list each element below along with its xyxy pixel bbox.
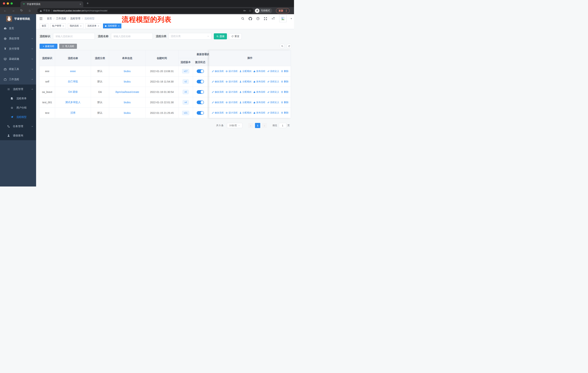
delete-link[interactable]: 删除 bbox=[281, 101, 289, 104]
browser-update-button[interactable]: 更新 ⋮ bbox=[276, 8, 290, 13]
edit-process-link[interactable]: 修改流程 bbox=[212, 80, 224, 83]
window-controls[interactable] bbox=[3, 2, 13, 5]
publish-process-link[interactable]: 发布流程 bbox=[253, 80, 265, 83]
edit-process-link[interactable]: 修改流程 bbox=[212, 91, 224, 94]
tag-process-form[interactable]: 流程表单× bbox=[85, 23, 101, 28]
maximize-window-button[interactable] bbox=[10, 2, 13, 5]
publish-process-link[interactable]: 发布流程 bbox=[253, 91, 265, 94]
minimize-window-button[interactable] bbox=[7, 2, 9, 5]
process-definition-link[interactable]: 流程定义 bbox=[267, 70, 279, 73]
delete-link[interactable]: 删除 bbox=[281, 91, 289, 94]
tab-close-icon[interactable]: × bbox=[80, 3, 81, 6]
page-size-select[interactable]: 10条/页 bbox=[227, 123, 242, 128]
edit-process-link[interactable]: 修改流程 bbox=[212, 111, 224, 114]
create-process-button[interactable]: + 新建流程 bbox=[40, 44, 57, 49]
assign-rule-link[interactable]: 分配规则 bbox=[239, 91, 252, 94]
sidebar-item-process-model[interactable]: 流程模型 bbox=[0, 112, 36, 122]
sidebar-collapse-icon[interactable] bbox=[39, 17, 43, 20]
breadcrumb-process-management[interactable]: 流程管理 bbox=[70, 17, 80, 20]
process-name-link[interactable]: 自己审批 bbox=[68, 80, 78, 83]
sidebar-item-system[interactable]: 系统管理 bbox=[0, 33, 36, 44]
assign-rule-link[interactable]: 分配规则 bbox=[239, 80, 252, 83]
new-tab-button[interactable]: + bbox=[85, 1, 90, 5]
design-process-link[interactable]: 设计流程 bbox=[225, 80, 238, 83]
next-page-button[interactable]: › bbox=[262, 123, 267, 128]
publish-process-link[interactable]: 发布流程 bbox=[253, 111, 265, 114]
breadcrumb-workflow[interactable]: 工作流程 bbox=[56, 17, 66, 20]
sidebar-item-infrastructure[interactable]: 基础设施 bbox=[0, 54, 36, 64]
avatar-caret-icon[interactable]: ▾ bbox=[291, 17, 292, 20]
back-icon[interactable]: ← bbox=[3, 9, 7, 13]
design-process-link[interactable]: 设计流程 bbox=[225, 70, 238, 73]
process-definition-link[interactable]: 流程定义 bbox=[267, 91, 279, 94]
show-search-button[interactable] bbox=[280, 43, 285, 49]
close-window-button[interactable] bbox=[3, 2, 5, 5]
sidebar-item-workflow[interactable]: 工作流程 bbox=[0, 74, 36, 84]
sidebar-item-user-group[interactable]: 用户分组 bbox=[0, 103, 36, 112]
tag-my-process[interactable]: 我的流程× bbox=[68, 23, 84, 28]
design-process-link[interactable]: 设计流程 bbox=[225, 91, 238, 94]
fullscreen-icon[interactable] bbox=[264, 17, 267, 20]
design-process-link[interactable]: 设计流程 bbox=[225, 111, 238, 114]
prev-page-button[interactable]: ‹ bbox=[248, 123, 253, 128]
reload-icon[interactable]: ↻ bbox=[19, 9, 24, 13]
active-toggle[interactable] bbox=[197, 69, 204, 73]
form-link[interactable]: biubiu bbox=[124, 80, 130, 83]
process-category-select[interactable]: 流程分类 bbox=[168, 33, 212, 40]
sidebar-item-process-management[interactable]: 流程管理 bbox=[0, 84, 36, 94]
active-toggle[interactable] bbox=[197, 90, 204, 94]
github-icon[interactable] bbox=[249, 17, 252, 20]
browser-tab[interactable]: 芋道管理系统 × bbox=[21, 1, 83, 7]
assign-rule-link[interactable]: 分配规则 bbox=[239, 101, 252, 104]
active-toggle[interactable] bbox=[197, 101, 204, 104]
tag-tenant[interactable]: 租户管理× bbox=[50, 23, 66, 28]
forward-icon[interactable]: → bbox=[11, 9, 15, 13]
search-button[interactable]: 搜索 bbox=[214, 33, 227, 39]
publish-process-link[interactable]: 发布流程 bbox=[253, 101, 265, 104]
delete-link[interactable]: 删除 bbox=[281, 111, 289, 114]
close-icon[interactable]: × bbox=[80, 25, 82, 27]
close-icon[interactable]: × bbox=[98, 25, 99, 27]
edit-process-link[interactable]: 修改流程 bbox=[212, 70, 224, 73]
help-icon[interactable] bbox=[256, 17, 260, 20]
current-page[interactable]: 1 bbox=[255, 123, 260, 128]
form-link[interactable]: biubiu bbox=[124, 111, 130, 114]
form-link[interactable]: /bpm/oa/leave/create bbox=[115, 91, 139, 93]
user-avatar[interactable] bbox=[279, 15, 286, 22]
goto-page-input[interactable] bbox=[279, 123, 286, 128]
process-definition-link[interactable]: 流程定义 bbox=[267, 111, 279, 114]
process-name-input[interactable] bbox=[111, 33, 153, 40]
sidebar-item-home[interactable]: 首页 bbox=[0, 23, 36, 33]
delete-link[interactable]: 删除 bbox=[281, 80, 289, 83]
close-icon[interactable]: × bbox=[63, 25, 64, 27]
sidebar-item-task-management[interactable]: 任务管理 bbox=[0, 122, 36, 131]
assign-rule-link[interactable]: 分配规则 bbox=[239, 111, 252, 114]
process-name-link[interactable]: 滔博 bbox=[70, 111, 75, 115]
close-icon[interactable]: × bbox=[118, 25, 120, 27]
sidebar-item-process-form[interactable]: 流程表单 bbox=[0, 94, 36, 103]
security-warning[interactable]: 不安全 bbox=[40, 9, 50, 12]
tag-process-model[interactable]: 流程模型× bbox=[103, 23, 122, 28]
import-process-button[interactable]: 导入流程 bbox=[59, 44, 77, 49]
reset-button[interactable]: 重置 bbox=[229, 33, 242, 39]
sidebar-item-devtools[interactable]: 研发工具 bbox=[0, 64, 36, 74]
delete-link[interactable]: 删除 bbox=[281, 70, 289, 73]
active-toggle[interactable] bbox=[197, 80, 204, 83]
url-text[interactable]: dashboard.yudao.iocoder.cn/bpm/manager/m… bbox=[53, 9, 107, 12]
bookmark-star-icon[interactable]: ☆ bbox=[249, 9, 251, 12]
edit-process-link[interactable]: 修改流程 bbox=[212, 101, 224, 104]
design-process-link[interactable]: 设计流程 bbox=[225, 101, 238, 104]
form-link[interactable]: biubiu bbox=[124, 70, 130, 73]
process-name-link[interactable]: OA 请假 bbox=[68, 90, 77, 94]
sidebar-item-payment[interactable]: ¥ 支付管理 bbox=[0, 44, 36, 54]
breadcrumb-home[interactable]: 首页 bbox=[47, 17, 52, 20]
sidebar-item-leave-query[interactable]: 请假查询 bbox=[0, 131, 36, 140]
address-bar[interactable]: 不安全 dashboard.yudao.iocoder.cn/bpm/manag… bbox=[37, 8, 253, 13]
home-icon[interactable]: ⌂ bbox=[28, 9, 32, 13]
tag-home[interactable]: 首页 bbox=[40, 23, 48, 28]
process-id-input[interactable] bbox=[53, 33, 95, 40]
key-icon[interactable] bbox=[243, 9, 246, 12]
form-link[interactable]: biubiu bbox=[124, 101, 130, 104]
process-definition-link[interactable]: 流程定义 bbox=[267, 101, 279, 104]
publish-process-link[interactable]: 发布流程 bbox=[253, 70, 265, 73]
